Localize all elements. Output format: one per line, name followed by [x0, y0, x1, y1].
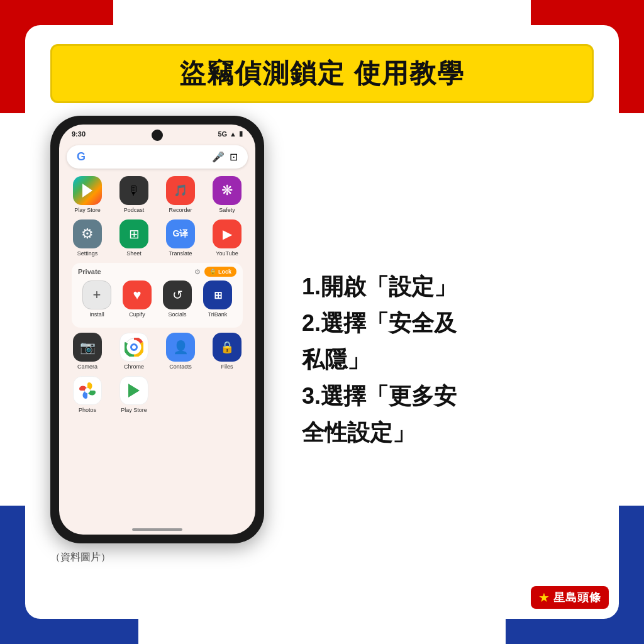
svg-marker-0 [82, 184, 92, 197]
lens-icon[interactable]: ⊡ [230, 151, 238, 163]
app-item-chrome[interactable]: Chrome [112, 333, 156, 370]
title-text: 盜竊偵測鎖定 使用教學 [179, 58, 465, 88]
instructions: 1.開啟「設定」 2.選擇「安全及 私隱」 3.選擇「更多安 全性設定」 [296, 116, 594, 600]
app-item-recorder[interactable]: 🎵 Recorder [158, 176, 203, 213]
app-item-sheets[interactable]: ⊞ Sheet [112, 219, 156, 257]
phone-mockup: 9:30 5G ▲ ▮ G 🎤 ⊡ [50, 116, 264, 543]
private-header: Private ⚙ 🔒 Lock [78, 267, 236, 277]
folder-gear-icon[interactable]: ⚙ [194, 268, 201, 276]
podcast-icon: 🎙 [119, 176, 148, 205]
private-section: Private ⚙ 🔒 Lock [72, 263, 243, 328]
app-label-settings: Settings [77, 250, 98, 257]
install-icon: + [82, 280, 111, 309]
title-banner: 盜竊偵測鎖定 使用教學 [50, 44, 594, 103]
app-item-playstore[interactable]: Play Store [65, 176, 109, 213]
app-label-translate: Translate [169, 250, 192, 257]
app-item-settings[interactable]: ⚙ Settings [65, 219, 109, 257]
app-section: Play Store 🎙 Podcast 🎵 [59, 174, 255, 525]
app-label-tribank: TriBank [208, 311, 228, 318]
cupify-icon: ♥ [123, 280, 152, 309]
brand-logo: ★ 星島頭條 [531, 586, 609, 609]
files-icon: 🔒 [213, 333, 242, 362]
app-item-photos[interactable]: Photos [65, 376, 109, 413]
app-item-tribank[interactable]: ⊞ TriBank [199, 280, 236, 318]
svg-marker-6 [128, 384, 140, 397]
chrome-icon [119, 333, 148, 362]
logo-star: ★ [538, 590, 550, 605]
google-logo: G [77, 150, 86, 164]
app-item-youtube[interactable]: ▶ YouTube [205, 219, 249, 257]
app-grid-last: Photos Play Store [65, 376, 249, 413]
main-card: 盜竊偵測鎖定 使用教學 9:30 5G ▲ ▮ [25, 25, 619, 619]
socials-icon: ↺ [163, 280, 192, 309]
contacts-icon: 👤 [166, 333, 195, 362]
status-time: 9:30 [72, 130, 86, 138]
app-item-camera[interactable]: 📷 Camera [65, 333, 109, 370]
lock-button[interactable]: 🔒 Lock [204, 267, 236, 277]
search-icons: 🎤 ⊡ [212, 151, 238, 163]
private-label: Private [78, 268, 101, 275]
svg-point-5 [85, 388, 90, 393]
app-label-playstore2: Play Store [121, 407, 147, 413]
app-label-playstore: Play Store [74, 207, 101, 213]
home-indicator [132, 528, 182, 531]
camera-icon: 📷 [73, 333, 102, 362]
app-grid-top: Play Store 🎙 Podcast 🎵 [65, 176, 249, 257]
app-grid-bottom: 📷 Camera [65, 333, 249, 370]
sheets-icon: ⊞ [119, 219, 148, 248]
content-area: 9:30 5G ▲ ▮ G 🎤 ⊡ [50, 116, 594, 600]
app-label-files: Files [221, 364, 233, 370]
signal-icon: ▲ [230, 130, 236, 138]
app-item-podcast[interactable]: 🎙 Podcast [112, 176, 156, 213]
app-label-youtube: YouTube [216, 250, 238, 257]
settings-icon: ⚙ [73, 219, 102, 248]
step2b-text: 私隱」 [302, 343, 594, 377]
mic-icon[interactable]: 🎤 [212, 151, 225, 163]
youtube-icon: ▶ [213, 219, 242, 248]
network-indicator: 5G [218, 130, 227, 138]
step3b-text: 全性設定」 [302, 416, 594, 450]
app-label-safety: Safety [219, 207, 235, 213]
step3-text: 3.選擇「更多安 [302, 379, 594, 413]
playstore2-icon [119, 376, 148, 405]
battery-icon: ▮ [239, 130, 243, 138]
phone-screen: 9:30 5G ▲ ▮ G 🎤 ⊡ [59, 125, 255, 535]
logo-text: 星島頭條 [553, 590, 601, 605]
app-item-safety[interactable]: ❋ Safety [205, 176, 249, 213]
photos-icon [73, 376, 102, 405]
playstore-icon [73, 176, 102, 205]
app-label-socials: Socials [168, 311, 186, 318]
app-label-camera: Camera [77, 364, 97, 370]
app-label-cupify: Cupify [129, 311, 145, 318]
app-label-install: Install [89, 311, 104, 318]
svg-point-4 [132, 345, 136, 349]
safety-icon: ❋ [213, 176, 242, 205]
app-item-cupify[interactable]: ♥ Cupify [118, 280, 156, 318]
app-item-files[interactable]: 🔒 Files [205, 333, 249, 370]
recorder-icon: 🎵 [166, 176, 195, 205]
app-label-photos: Photos [79, 407, 96, 413]
camera-notch [152, 130, 163, 141]
private-app-grid: + Install ♥ Cupify [78, 280, 236, 318]
app-item-socials[interactable]: ↺ Socials [158, 280, 196, 318]
step1-text: 1.開啟「設定」 [302, 270, 594, 304]
app-label-chrome: Chrome [124, 364, 144, 370]
photo-caption: （資料圖片） [50, 551, 111, 564]
app-item-install[interactable]: + Install [78, 280, 116, 318]
app-label-contacts: Contacts [169, 364, 192, 370]
tribank-icon: ⊞ [203, 280, 232, 309]
translate-icon: G译 [166, 219, 195, 248]
search-bar[interactable]: G 🎤 ⊡ [67, 145, 248, 169]
phone-container: 9:30 5G ▲ ▮ G 🎤 ⊡ [50, 116, 277, 600]
status-right: 5G ▲ ▮ [218, 130, 243, 138]
app-item-playstore2[interactable]: Play Store [112, 376, 156, 413]
logo-area: ★ 星島頭條 [531, 586, 609, 609]
app-label-podcast: Podcast [124, 207, 145, 213]
app-item-translate[interactable]: G译 Translate [158, 219, 203, 257]
step2-text: 2.選擇「安全及 [302, 306, 594, 340]
app-item-contacts[interactable]: 👤 Contacts [158, 333, 203, 370]
app-label-recorder: Recorder [169, 207, 192, 213]
app-label-sheets: Sheet [126, 250, 142, 257]
